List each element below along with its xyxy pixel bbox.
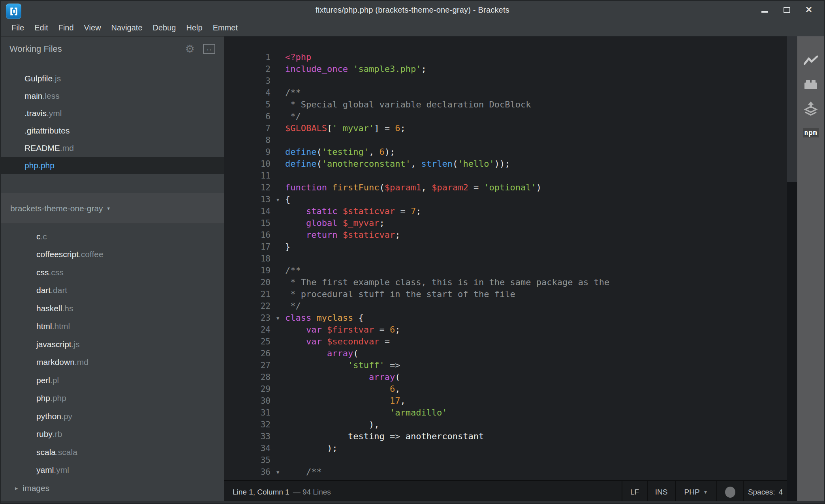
maximize-button[interactable] (778, 4, 796, 16)
live-preview-icon[interactable] (803, 54, 818, 67)
fold-arrow-icon[interactable]: ▼ (271, 312, 285, 324)
code-line-22[interactable]: 22 */ (224, 300, 787, 312)
menu-emmet[interactable]: Emmet (208, 21, 243, 35)
working-file-README[interactable]: README.md (1, 139, 224, 157)
code-line-36[interactable]: 36▼ /** (224, 466, 787, 478)
tree-file-javascript[interactable]: javascript.js (1, 335, 224, 354)
line-number: 8 (224, 134, 271, 146)
tree-file-scala[interactable]: scala.scala (1, 443, 224, 461)
fold-column (271, 336, 285, 348)
code-line-16[interactable]: 16 return $staticvar; (224, 229, 787, 241)
close-button[interactable]: ✕ (800, 4, 818, 16)
code-line-1[interactable]: 1<?php (224, 51, 787, 63)
code-line-5[interactable]: 5 * Special global variable declaration … (224, 99, 787, 111)
file-extension: .coffee (79, 250, 103, 259)
indentation-setting[interactable]: Spaces: 4 (743, 481, 787, 503)
token-num: 6 (395, 123, 400, 133)
menu-navigate[interactable]: Navigate (106, 21, 148, 35)
code-line-12[interactable]: 12function firstFunc($param1, $param2 = … (224, 182, 787, 194)
menu-find[interactable]: Find (53, 21, 79, 35)
tree-file-perl[interactable]: perl.pl (1, 371, 224, 389)
code-line-32[interactable]: 32 ), (224, 419, 787, 431)
language-selector[interactable]: PHP ▼ (675, 481, 716, 503)
tree-file-css[interactable]: css.css (1, 263, 224, 282)
split-view-icon[interactable]: ↔ (203, 44, 215, 54)
menu-view[interactable]: View (79, 21, 106, 35)
code-line-2[interactable]: 2include_once 'sample3.php'; (224, 63, 787, 75)
code-line-13[interactable]: 13▼{ (224, 194, 787, 205)
token-op: => (390, 360, 400, 370)
line-endings-indicator[interactable]: LF (622, 481, 647, 503)
tree-file-python[interactable]: python.py (1, 407, 224, 425)
publish-layers-icon[interactable] (803, 102, 818, 115)
tree-file-ruby[interactable]: ruby.rb (1, 425, 224, 444)
insert-mode-toggle[interactable]: INS (647, 481, 675, 503)
code-line-18[interactable]: 18 (224, 253, 787, 265)
code-line-19[interactable]: 19/** (224, 265, 787, 276)
fold-arrow-icon[interactable]: ▼ (271, 194, 285, 205)
fold-arrow-icon[interactable]: ▼ (271, 466, 285, 478)
working-file-php[interactable]: php.php (1, 157, 224, 174)
code-line-28[interactable]: 28 array( (224, 371, 787, 383)
code-line-3[interactable]: 3 (224, 75, 787, 87)
code-line-24[interactable]: 24 var $firstvar = 6; (224, 324, 787, 336)
code-line-26[interactable]: 26 array( (224, 348, 787, 359)
token-str: '_myvar' (332, 123, 374, 133)
code-line-29[interactable]: 29 6, (224, 383, 787, 395)
minimize-button[interactable] (755, 4, 774, 16)
working-file-travis[interactable]: .travis.yml (1, 105, 224, 122)
status-indicator[interactable] (716, 481, 743, 503)
working-file-gitattributes[interactable]: .gitattributes (1, 122, 224, 139)
code-line-8[interactable]: 8 (224, 134, 787, 146)
code-line-11[interactable]: 11 (224, 170, 787, 182)
tree-file-markdown[interactable]: markdown.md (1, 354, 224, 372)
code-line-25[interactable]: 25 var $secondvar = (224, 336, 787, 348)
extension-manager-icon[interactable] (803, 78, 818, 91)
code-line-30[interactable]: 30 17, (224, 395, 787, 407)
code-line-34[interactable]: 34 ); (224, 442, 787, 454)
cursor-position[interactable]: Line 1, Column 1 — 94 Lines (224, 488, 622, 496)
code-line-21[interactable]: 21 * procedural stuff in the start of th… (224, 288, 787, 300)
window-header: fixtures/php.php (brackets-theme-one-gra… (1, 1, 824, 36)
tree-file-yaml[interactable]: yaml.yml (1, 461, 224, 480)
fold-column (271, 454, 285, 466)
working-file-Gulpfile[interactable]: Gulpfile.js (1, 70, 224, 87)
code-line-31[interactable]: 31 'armadillo' (224, 407, 787, 419)
code-line-23[interactable]: 23▼class myclass { (224, 312, 787, 324)
menu-file[interactable]: File (6, 21, 29, 35)
npm-icon[interactable]: npm (803, 126, 818, 139)
code-line-20[interactable]: 20 * The first example class, this is in… (224, 276, 787, 288)
tree-file-c[interactable]: c.c (1, 228, 224, 246)
code-line-33[interactable]: 33 testing => anotherconstant (224, 431, 787, 442)
code-line-7[interactable]: 7$GLOBALS['_myvar'] = 6; (224, 122, 787, 134)
tree-file-dart[interactable]: dart.dart (1, 282, 224, 300)
tree-file-haskell[interactable]: haskell.hs (1, 299, 224, 318)
code-line-14[interactable]: 14 static $staticvar = 7; (224, 205, 787, 217)
code-line-15[interactable]: 15 global $_myvar; (224, 217, 787, 229)
code-line-6[interactable]: 6 */ (224, 111, 787, 122)
token-cmt: /** (306, 467, 322, 477)
code-line-10[interactable]: 10define('anotherconstant', strlen('hell… (224, 158, 787, 170)
project-dropdown[interactable]: brackets-theme-one-gray ▾ (1, 193, 224, 224)
tree-file-coffeescript[interactable]: coffeescript.coffee (1, 246, 224, 264)
menu-edit[interactable]: Edit (29, 21, 53, 35)
tree-file-php[interactable]: php.php (1, 389, 224, 408)
gear-icon[interactable]: ⚙ (185, 44, 195, 55)
file-name: c (36, 232, 41, 241)
code-line-35[interactable]: 35 (224, 454, 787, 466)
menu-help[interactable]: Help (181, 21, 207, 35)
code-line-27[interactable]: 27 'stuff' => (224, 359, 787, 371)
token-var: $GLOBALS (285, 123, 327, 133)
working-file-main[interactable]: main.less (1, 87, 224, 105)
editor-scrollbar-thumb[interactable] (787, 36, 797, 182)
editor-scrollbar-track[interactable] (787, 36, 797, 503)
code-line-17[interactable]: 17} (224, 241, 787, 253)
code-editor[interactable]: 1<?php2include_once 'sample3.php';34/**5… (224, 36, 787, 480)
tree-file-html[interactable]: html.html (1, 318, 224, 336)
tree-folder-images[interactable]: ▸images (1, 479, 224, 497)
code-line-9[interactable]: 9define('testing', 6); (224, 146, 787, 158)
token-pln (379, 337, 384, 346)
code-line-4[interactable]: 4/** (224, 87, 787, 99)
token-pln: ; (395, 325, 400, 335)
menu-debug[interactable]: Debug (148, 21, 181, 35)
